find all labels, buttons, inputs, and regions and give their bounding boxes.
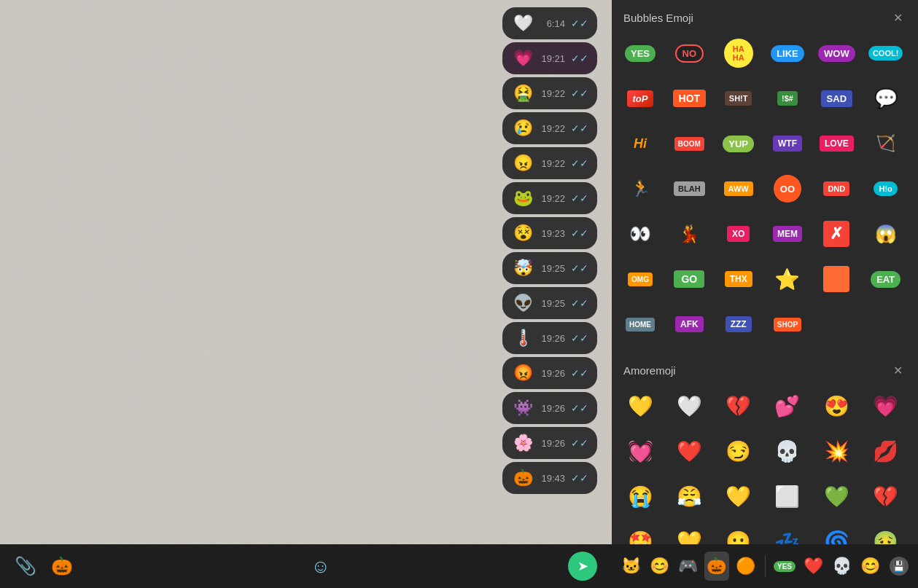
bubble-emoji-dollar[interactable]: !$#	[766, 77, 809, 119]
bubble-emoji-arrow[interactable]: 🏹	[865, 122, 907, 165]
bubble-emoji-run[interactable]: 🏃	[619, 168, 661, 210]
bubble-emoji-x[interactable]: ✗	[815, 213, 857, 255]
panel-bottom-extra-4[interactable]: 💾	[887, 552, 911, 581]
bubble-emoji-home[interactable]: HOME	[619, 303, 661, 345]
bubble-emoji-yes[interactable]: YES	[619, 32, 661, 74]
message-emoji: 🎃	[511, 466, 534, 490]
amore-emoji-14[interactable]: 💛	[717, 475, 760, 517]
emoji-icon[interactable]: ☺	[311, 555, 330, 578]
amore-emoji-19[interactable]: 💛	[668, 520, 710, 544]
sticker-icon[interactable]: 🎃	[51, 556, 73, 576]
message-ticks: ✓✓	[571, 227, 588, 239]
bubble-emoji-afk[interactable]: AFK	[668, 303, 710, 345]
amore-emoji-4[interactable]: 😍	[815, 385, 857, 427]
bubble-emoji-speech[interactable]: 💬	[865, 77, 907, 119]
amore-section-title: Amoremoji	[623, 364, 676, 377]
message-ticks: ✓✓	[571, 297, 588, 309]
bubble-emoji-omg-face[interactable]: 😱	[865, 213, 907, 255]
amore-emoji-20[interactable]: 😐	[717, 520, 760, 544]
amore-emoji-10[interactable]: 💥	[815, 430, 857, 472]
message-bubble: 😠 19:22 ✓✓	[502, 147, 597, 179]
bubble-emoji-top[interactable]: toP	[619, 77, 661, 119]
bubble-emoji-hello[interactable]: H!o	[865, 168, 907, 210]
panel-bottom-extra-2[interactable]: 💀	[830, 552, 854, 581]
amore-emoji-23[interactable]: 🤢	[865, 520, 907, 544]
bubble-emoji-orange[interactable]	[815, 258, 857, 300]
amore-emoji-16[interactable]: 💚	[815, 475, 857, 517]
message-emoji: 😵	[511, 222, 534, 245]
amore-emoji-18[interactable]: 🤩	[619, 520, 661, 544]
bubble-emoji-oo[interactable]: OO	[766, 168, 809, 210]
message-ticks: ✓✓	[571, 437, 588, 449]
amore-emoji-13[interactable]: 😤	[668, 475, 710, 517]
bubble-emoji-dance[interactable]: 💃	[668, 213, 710, 255]
bubble-emoji-shit[interactable]: SH!T	[717, 77, 760, 119]
amore-grid: 💛🤍💔💕😍💗💓❤️😏💀💥💋😭😤💛⬜💚💔🤩💛😐💤🌀🤢💔😻💛👍💗❤️❤️💗💔💑🦊👻😠…	[619, 385, 911, 544]
bubble-emoji-eyes[interactable]: 👀	[619, 213, 661, 255]
amore-emoji-11[interactable]: 💋	[865, 430, 907, 472]
bubble-emoji-yup[interactable]: YUP	[717, 122, 760, 165]
panel-bottom-sticker-2[interactable]: 🎮	[676, 552, 700, 581]
bubble-emoji-hi[interactable]: Hi	[619, 122, 661, 165]
amore-emoji-1[interactable]: 🤍	[668, 385, 710, 427]
message-time: 19:43	[540, 473, 565, 484]
bubble-emoji-dnd[interactable]: DND	[815, 168, 857, 210]
bubble-emoji-blah[interactable]: BLAH	[668, 168, 710, 210]
bubble-emoji-no[interactable]: NO	[668, 32, 710, 74]
bubble-emoji-mem[interactable]: MEM	[766, 213, 809, 255]
bubbles-close-button[interactable]: ✕	[889, 9, 906, 26]
amore-emoji-0[interactable]: 💛	[619, 385, 661, 427]
amore-emoji-15[interactable]: ⬜	[766, 475, 809, 517]
send-button[interactable]: ➤	[568, 552, 597, 581]
bubbles-section-title: Bubbles Emoji	[623, 12, 693, 24]
amore-emoji-12[interactable]: 😭	[619, 475, 661, 517]
amore-emoji-9[interactable]: 💀	[766, 430, 809, 472]
amore-emoji-21[interactable]: 💤	[766, 520, 809, 544]
attach-icon[interactable]: 📎	[15, 556, 36, 576]
amore-emoji-6[interactable]: 💓	[619, 430, 661, 472]
bubble-emoji-shop[interactable]: SHOP	[766, 303, 809, 345]
amore-emoji-7[interactable]: ❤️	[668, 430, 710, 472]
panel-bottom-sticker-1[interactable]: 😊	[647, 552, 672, 581]
amore-section: Amoremoji ✕ 💛🤍💔💕😍💗💓❤️😏💀💥💋😭😤💛⬜💚💔🤩💛😐💤🌀🤢💔😻💛…	[612, 353, 918, 544]
message-bubble: 🤍 6:14 ✓✓	[502, 7, 597, 39]
amore-emoji-17[interactable]: 💔	[865, 475, 907, 517]
amore-emoji-8[interactable]: 😏	[717, 430, 760, 472]
bubble-emoji-wow[interactable]: WOW	[815, 32, 857, 74]
amore-close-button[interactable]: ✕	[889, 361, 906, 379]
bubble-emoji-hot[interactable]: HOT	[668, 77, 710, 119]
bubble-emoji-haha[interactable]: HAHA	[717, 32, 760, 74]
message-ticks: ✓✓	[571, 402, 588, 414]
panel-bottom-sticker-3[interactable]: 🎃	[704, 552, 728, 581]
bubble-emoji-love[interactable]: LOVE	[815, 122, 857, 165]
amore-emoji-2[interactable]: 💔	[717, 385, 760, 427]
bubble-emoji-cool[interactable]: COOL!	[865, 32, 907, 74]
panel-bottom-extra-1[interactable]: ❤️	[801, 552, 825, 581]
bubble-emoji-zzz[interactable]: ZZZ	[717, 303, 760, 345]
emoji-panel-scroll[interactable]: Bubbles Emoji ✕ YESNOHAHALIKEWOWCOOL!toP…	[612, 0, 918, 544]
panel-bottom-sticker-4[interactable]: 🟠	[734, 552, 758, 581]
message-bubble: 🐸 19:22 ✓✓	[502, 182, 597, 214]
bubble-emoji-star[interactable]: ⭐	[766, 258, 809, 300]
panel-bottom-sticker-0[interactable]: 🐱	[619, 552, 643, 581]
message-emoji: 🤍	[511, 12, 534, 35]
bubble-emoji-thx[interactable]: THX	[717, 258, 760, 300]
amore-emoji-3[interactable]: 💕	[766, 385, 809, 427]
bubble-emoji-sad[interactable]: SAD	[815, 77, 857, 119]
bubble-emoji-go[interactable]: GO	[668, 258, 710, 300]
amore-emoji-5[interactable]: 💗	[865, 385, 907, 427]
bubble-emoji-aww[interactable]: AWW	[717, 168, 760, 210]
bubble-emoji-boom[interactable]: BOOM	[668, 122, 710, 165]
message-emoji: 🌡️	[511, 326, 534, 350]
message-ticks: ✓✓	[571, 332, 588, 344]
bubble-emoji-like[interactable]: LIKE	[766, 32, 809, 74]
panel-bottom-extra-0[interactable]: YES	[772, 552, 796, 581]
message-ticks: ✓✓	[571, 367, 588, 379]
bubble-emoji-omg[interactable]: OMG	[619, 258, 661, 300]
message-bubble: 🎃 19:43 ✓✓	[502, 462, 597, 494]
bubble-emoji-eat[interactable]: EAT	[865, 258, 907, 300]
panel-bottom-extra-3[interactable]: 😊	[858, 552, 882, 581]
amore-emoji-22[interactable]: 🌀	[815, 520, 857, 544]
bubble-emoji-xo[interactable]: XO	[717, 213, 760, 255]
bubble-emoji-wtf[interactable]: WTF	[766, 122, 809, 165]
